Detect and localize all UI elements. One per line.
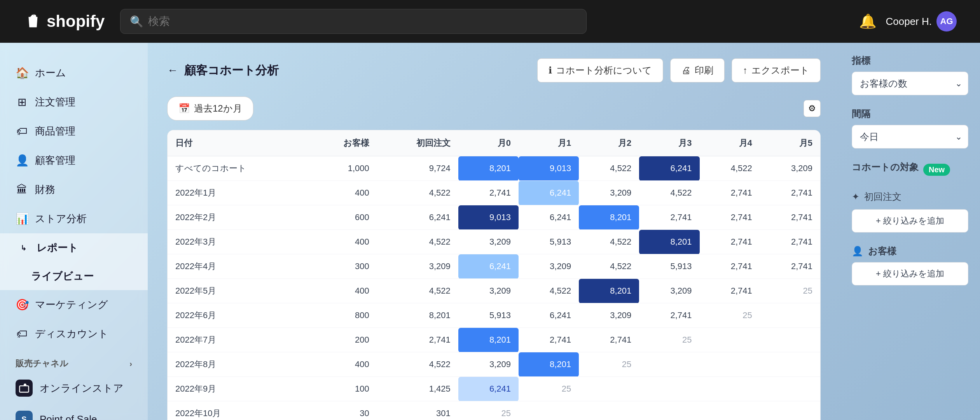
- cell-m3: 25: [639, 328, 699, 352]
- export-button[interactable]: ↑ エクスポート: [732, 58, 821, 82]
- back-button[interactable]: ←: [167, 64, 178, 77]
- table-header-row: 日付 お客様 初回注文 月0 月1 月2 月3 月4 月5: [168, 130, 820, 156]
- cell-m1: 6,241: [519, 205, 579, 230]
- cell-m5: 25: [760, 279, 820, 303]
- cell-m0: 8,201: [458, 328, 519, 352]
- sidebar-item-discounts[interactable]: 🏷 ディスカウント: [0, 319, 148, 348]
- cell-m3: 4,522: [639, 181, 699, 205]
- about-button[interactable]: ℹ コホート分析について: [537, 58, 663, 82]
- cell-date: 2022年5月: [168, 279, 309, 303]
- table-row: 2022年1月 400 4,522 2,741 6,241 3,209 4,52…: [168, 181, 820, 205]
- user-button[interactable]: Cooper H. AG: [886, 11, 957, 32]
- sidebar-item-customers[interactable]: 👤 顧客管理: [0, 146, 148, 175]
- sidebar-item-home[interactable]: 🏠 ホーム: [0, 58, 148, 88]
- cell-date: 2022年10月: [168, 401, 309, 420]
- shopify-icon: [23, 12, 42, 31]
- orders-icon: ⊞: [16, 96, 28, 108]
- finance-icon: 🏛: [16, 183, 28, 196]
- search-input[interactable]: [148, 15, 577, 28]
- bell-icon[interactable]: 🔔: [859, 13, 877, 30]
- cell-first-order: 3,209: [377, 254, 458, 279]
- col-m3: 月3: [639, 130, 699, 156]
- channel-item-pos[interactable]: S Point of Sale: [0, 404, 148, 420]
- cell-customers: 200: [309, 328, 377, 352]
- cell-date: すべてのコホート: [168, 156, 309, 181]
- cell-date: 2022年4月: [168, 254, 309, 279]
- cell-m0: 6,241: [458, 377, 519, 401]
- sidebar: 🏠 ホーム ⊞ 注文管理 🏷 商品管理 👤 顧客管理 🏛 財務 📊 ストア: [0, 43, 148, 420]
- cell-m1: 8,201: [519, 352, 579, 377]
- cell-first-order: 9,724: [377, 156, 458, 181]
- info-icon: ℹ: [549, 65, 552, 76]
- print-button[interactable]: 🖨 印刷: [670, 58, 725, 82]
- metrics-select[interactable]: お客様の数 売上 注文数: [852, 72, 968, 95]
- sidebar-item-reports[interactable]: ↳ レポート: [0, 233, 148, 262]
- sidebar-item-liveview[interactable]: ライブビュー: [0, 262, 148, 290]
- cell-customers: 400: [309, 181, 377, 205]
- sidebar-item-orders[interactable]: ⊞ 注文管理: [0, 88, 148, 117]
- cell-m0: 2,741: [458, 181, 519, 205]
- cell-m3: [639, 377, 699, 401]
- table-row: 2022年10月 30 301 25: [168, 401, 820, 420]
- col-m0: 月0: [458, 130, 519, 156]
- metrics-section: 指標 お客様の数 売上 注文数: [852, 54, 968, 95]
- cell-m5: 2,741: [760, 205, 820, 230]
- cell-m1: 9,013: [519, 156, 579, 181]
- cohort-option-first-order: ✦ 初回注文: [852, 184, 968, 209]
- cell-m5: 2,741: [760, 230, 820, 254]
- interval-select[interactable]: 今日 週 月: [852, 125, 968, 149]
- sidebar-item-finance[interactable]: 🏛 財務: [0, 175, 148, 204]
- sidebar-item-marketing[interactable]: 🎯 マーケティング: [0, 290, 148, 319]
- right-panel: 指標 お客様の数 売上 注文数 間隔 今日 週 月: [840, 43, 980, 420]
- cell-m4: 2,741: [700, 205, 760, 230]
- customer-header: 👤 お客様: [852, 245, 968, 257]
- channel-item-online-store[interactable]: オンラインストア: [0, 373, 148, 404]
- cell-m4: [700, 328, 760, 352]
- col-m5: 月5: [760, 130, 820, 156]
- interval-select-wrapper: 今日 週 月: [852, 125, 968, 149]
- table-row: 2022年3月 400 4,522 3,209 5,913 4,522 8,20…: [168, 230, 820, 254]
- search-bar[interactable]: 🔍: [120, 9, 587, 34]
- new-badge: New: [923, 164, 950, 176]
- cell-m0: 25: [458, 401, 519, 420]
- metrics-label: 指標: [852, 54, 968, 67]
- cell-m2: 3,209: [579, 303, 639, 328]
- table-row: 2022年7月 200 2,741 8,201 2,741 2,741 25: [168, 328, 820, 352]
- cell-first-order: 2,741: [377, 328, 458, 352]
- cell-first-order: 6,241: [377, 205, 458, 230]
- cell-customers: 400: [309, 352, 377, 377]
- cell-m5: [760, 401, 820, 420]
- table-row: 2022年8月 400 4,522 3,209 8,201 25: [168, 352, 820, 377]
- shopify-text: shopify: [47, 12, 105, 31]
- cell-m5: [760, 377, 820, 401]
- cell-m4: 2,741: [700, 230, 760, 254]
- cell-m1: 6,241: [519, 181, 579, 205]
- cell-m2: 4,522: [579, 156, 639, 181]
- filter-options-button[interactable]: ⚙: [804, 100, 821, 117]
- cell-first-order: 4,522: [377, 352, 458, 377]
- cell-m0: 9,013: [458, 205, 519, 230]
- cell-first-order: 301: [377, 401, 458, 420]
- sidebar-item-analytics[interactable]: 📊 ストア分析: [0, 204, 148, 233]
- add-customer-filter-button[interactable]: + 絞り込みを追加: [852, 262, 968, 285]
- sales-channels-section: 販売チャネル ›: [0, 348, 148, 373]
- cell-m0: 3,209: [458, 279, 519, 303]
- table-row: 2022年5月 400 4,522 3,209 4,522 8,201 3,20…: [168, 279, 820, 303]
- cell-m5: 2,741: [760, 181, 820, 205]
- cell-m5: [760, 303, 820, 328]
- cell-first-order: 1,425: [377, 377, 458, 401]
- page-title: 顧客コホート分析: [184, 63, 279, 79]
- cell-m3: 8,201: [639, 230, 699, 254]
- sidebar-item-products[interactable]: 🏷 商品管理: [0, 117, 148, 146]
- calendar-icon: 📅: [178, 103, 190, 114]
- cell-m0: 3,209: [458, 352, 519, 377]
- date-filter-button[interactable]: 📅 過去12か月: [167, 96, 253, 121]
- cell-m2: 25: [579, 352, 639, 377]
- page-header: ← 顧客コホート分析 ℹ コホート分析について 🖨 印刷 ↑ エクスポート: [167, 58, 821, 82]
- add-order-filter-button[interactable]: + 絞り込みを追加: [852, 209, 968, 233]
- table-row: すべてのコホート 1,000 9,724 8,201 9,013 4,522 6…: [168, 156, 820, 181]
- cell-m3: [639, 401, 699, 420]
- cohort-table-container: 日付 お客様 初回注文 月0 月1 月2 月3 月4 月5: [167, 130, 821, 420]
- breadcrumb: ← 顧客コホート分析: [167, 63, 279, 79]
- reports-icon: ↳: [17, 244, 30, 252]
